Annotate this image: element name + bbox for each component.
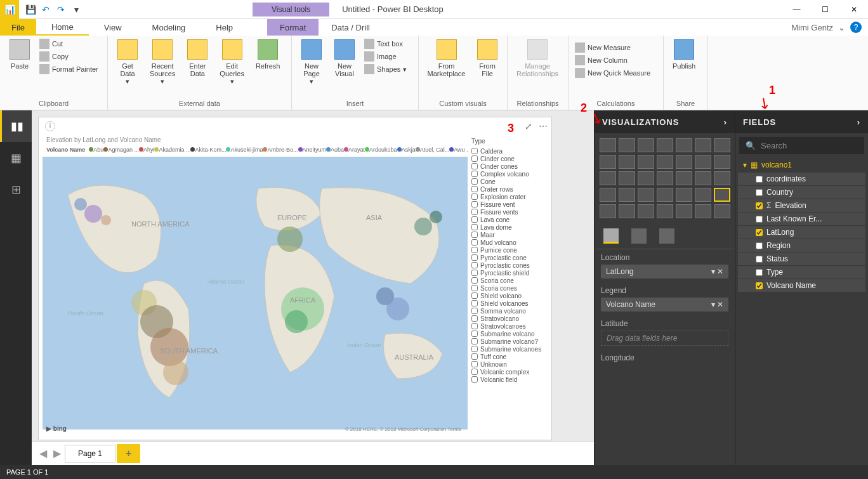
field-checkbox[interactable] (756, 176, 763, 183)
fields-search[interactable]: 🔍 Search (739, 137, 864, 154)
filter-checkbox[interactable] (471, 369, 478, 375)
legend-item[interactable]: Agmagan ... (108, 147, 139, 153)
filter-checkbox[interactable] (471, 361, 478, 367)
filter-item[interactable]: Lava dome (471, 223, 548, 231)
publish-button[interactable]: Publish (667, 37, 700, 98)
legend-item[interactable]: Akuseki-jima (230, 147, 263, 153)
filter-checkbox[interactable] (471, 308, 478, 314)
filter-item[interactable]: Pyroclastic cones (471, 261, 548, 269)
legend-item[interactable]: Akita-Kom... (195, 147, 226, 153)
filter-checkbox[interactable] (471, 155, 478, 162)
viz-type-icon[interactable] (695, 171, 711, 185)
viz-type-icon[interactable] (714, 204, 730, 218)
filter-checkbox[interactable] (471, 331, 478, 337)
viz-type-icon[interactable] (638, 155, 654, 169)
viz-type-icon[interactable] (657, 155, 673, 169)
filter-item[interactable]: Mud volcano (471, 239, 548, 246)
filter-item[interactable]: Complex volcano (471, 170, 548, 178)
legend-item[interactable]: Ambre-Bo... (267, 147, 298, 153)
legend-item[interactable]: Atuel, Cal... (420, 147, 450, 153)
format-painter-button[interactable]: Format Painter (37, 63, 101, 75)
legend-item[interactable]: Arayat (348, 147, 365, 153)
new-page-button[interactable]: New Page▾ (296, 37, 327, 98)
field-item[interactable]: Country (738, 186, 865, 199)
legend-item[interactable]: Ahyi (143, 147, 155, 153)
filter-checkbox[interactable] (471, 300, 478, 306)
filter-checkbox[interactable] (471, 247, 478, 253)
filter-item[interactable]: Cinder cones (471, 162, 548, 170)
viz-type-icon[interactable] (695, 188, 711, 202)
viz-type-icon[interactable] (676, 155, 692, 169)
filter-checkbox[interactable] (471, 315, 478, 322)
filter-checkbox[interactable] (471, 224, 478, 230)
viz-type-icon[interactable] (714, 138, 730, 152)
viz-type-icon[interactable] (600, 188, 616, 202)
filter-item[interactable]: Shield volcanoes (471, 299, 548, 307)
enter-data-button[interactable]: Enter Data (181, 37, 213, 98)
filter-item[interactable]: Fissure vent (471, 200, 548, 208)
user-name[interactable]: Mimi Gentz (791, 23, 833, 32)
report-canvas[interactable]: ⤢ ⋯ i Elevation by LatLong and Volcano N… (32, 110, 594, 465)
fields-tab-icon[interactable] (603, 228, 619, 244)
filter-item[interactable]: Caldera (471, 147, 548, 155)
viz-type-icon[interactable] (714, 155, 730, 169)
maximize-button[interactable]: ☐ (811, 0, 839, 19)
user-caret-icon[interactable]: ⌄ (838, 23, 845, 32)
field-checkbox[interactable] (756, 189, 763, 196)
filter-checkbox[interactable] (471, 254, 478, 261)
field-item[interactable]: coordinates (738, 173, 865, 185)
viz-type-icon[interactable] (676, 171, 692, 185)
qat-dropdown[interactable]: ▾ (70, 3, 82, 16)
viz-type-icon[interactable] (638, 138, 654, 152)
format-context-tab[interactable]: Format (267, 19, 319, 36)
save-button[interactable]: 💾 (24, 3, 37, 16)
filter-item[interactable]: Shield volcano (471, 292, 548, 299)
filter-item[interactable]: Crater rows (471, 185, 548, 193)
filter-item[interactable]: Cinder cone (471, 155, 548, 162)
from-file-button[interactable]: From File (471, 37, 503, 98)
data-view-icon[interactable]: ▦ (0, 142, 32, 174)
more-options-icon[interactable]: ⋯ (539, 121, 548, 131)
field-item[interactable]: ΣElevation (738, 199, 865, 212)
viz-type-icon[interactable] (657, 188, 673, 202)
new-quick-measure-button[interactable]: New Quick Measure (572, 67, 653, 79)
filter-item[interactable]: Fissure vents (471, 208, 548, 216)
filter-checkbox[interactable] (471, 262, 478, 268)
filter-checkbox[interactable] (471, 209, 478, 215)
textbox-button[interactable]: Text box (362, 38, 409, 49)
cut-button[interactable]: Cut (37, 38, 101, 49)
viz-type-icon[interactable] (619, 155, 635, 169)
viz-type-icon[interactable] (695, 138, 711, 152)
filter-checkbox[interactable] (471, 186, 478, 192)
datadrill-context-tab[interactable]: Data / Drill (319, 19, 383, 36)
viz-type-icon[interactable] (714, 188, 730, 202)
manage-relationships-button[interactable]: Manage Relationships (511, 37, 563, 98)
new-measure-button[interactable]: New Measure (572, 42, 653, 53)
viz-type-icon[interactable] (695, 204, 711, 218)
viz-type-icon[interactable] (619, 138, 635, 152)
redo-button[interactable]: ↷ (55, 3, 67, 16)
filter-item[interactable]: Pyroclastic cone (471, 254, 548, 261)
field-item[interactable]: Status (738, 253, 865, 265)
legend-item[interactable]: Akademia ... (159, 147, 190, 153)
filter-checkbox[interactable] (471, 148, 478, 154)
filter-item[interactable]: Scoria cone (471, 277, 548, 284)
image-button[interactable]: Image (362, 51, 409, 62)
report-view-icon[interactable]: ▮▮ (0, 110, 32, 142)
filter-item[interactable]: Unknown (471, 360, 548, 368)
field-item[interactable]: Volcano Name (738, 279, 865, 292)
filter-checkbox[interactable] (471, 270, 478, 276)
page-prev-icon[interactable]: ◀ (37, 447, 49, 459)
filter-checkbox[interactable] (471, 194, 478, 200)
filter-checkbox[interactable] (471, 201, 478, 207)
page-tab-1[interactable]: Page 1 (65, 445, 115, 463)
from-marketplace-button[interactable]: From Marketplace (423, 37, 470, 98)
help-tab[interactable]: Help (201, 19, 248, 36)
recent-sources-button[interactable]: Recent Sources▾ (145, 37, 180, 98)
legend-item[interactable]: Askja (402, 147, 416, 153)
viz-type-icon[interactable] (600, 171, 616, 185)
field-checkbox[interactable] (756, 269, 763, 276)
visualizations-header[interactable]: VISUALIZATIONS› (595, 110, 735, 133)
new-column-button[interactable]: New Column (572, 55, 653, 66)
filter-item[interactable]: Submarine volcano (471, 330, 548, 338)
